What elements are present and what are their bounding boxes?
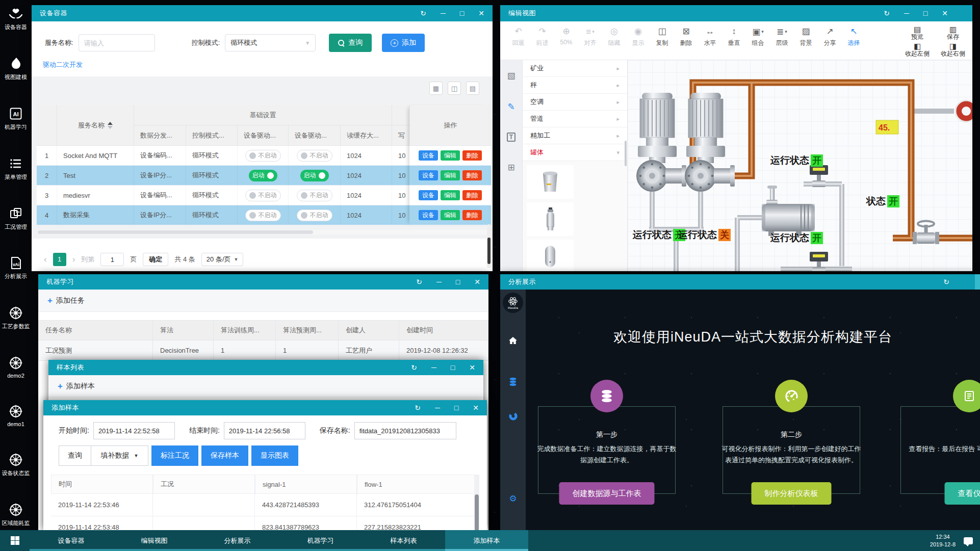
- text-tool-icon[interactable]: T: [507, 133, 515, 142]
- refresh-icon[interactable]: ↻: [943, 278, 949, 285]
- toggle-off[interactable]: 不启动: [297, 190, 332, 201]
- edit-button[interactable]: 编辑: [441, 150, 460, 161]
- maximize-icon[interactable]: □: [923, 10, 927, 17]
- toolbar-redo[interactable]: ↷前进: [530, 25, 554, 60]
- taskbar-button-添加样本[interactable]: 添加样本: [445, 530, 528, 551]
- toggle-on[interactable]: 启动: [249, 170, 277, 181]
- wand-tool-icon[interactable]: ✎: [507, 101, 514, 112]
- toolbar-layers[interactable]: ≣▾层级: [770, 25, 794, 60]
- image-tool-icon[interactable]: ▧: [507, 70, 515, 81]
- current-page-button[interactable]: 1: [53, 253, 66, 266]
- category-矿业[interactable]: 矿业▸: [523, 60, 627, 77]
- capsule-tank-thumbnail[interactable]: [527, 240, 574, 271]
- table-row[interactable]: 工况预测DecisionTree11工艺用户2019-12-08 12:26:3…: [38, 340, 488, 361]
- titlebar[interactable]: 编辑视图 ↻ ─ □ ✕: [500, 5, 972, 21]
- analysis-card-button[interactable]: 查看仪: [945, 482, 980, 505]
- toolbar-align[interactable]: ≡▾对齐: [578, 25, 602, 60]
- delete-button[interactable]: 删除: [462, 150, 482, 161]
- taskbar-button-编辑视图[interactable]: 编辑视图: [113, 530, 196, 551]
- confirm-button[interactable]: 确定: [143, 253, 168, 266]
- device-button[interactable]: 设备: [419, 150, 438, 161]
- datasource-icon[interactable]: [500, 377, 526, 386]
- analysis-card-button[interactable]: 制作分析仪表板: [752, 482, 832, 505]
- toggle-off[interactable]: 不启动: [245, 150, 281, 162]
- fill-data-select[interactable]: 填补数据 ▼: [91, 445, 148, 466]
- goto-page-input[interactable]: [100, 253, 124, 266]
- analysis-card-button[interactable]: 创建数据源与工作表: [559, 482, 655, 505]
- refresh-icon[interactable]: ↻: [884, 10, 890, 17]
- titlebar[interactable]: 分析展示 ↻: [500, 274, 980, 290]
- start-button[interactable]: [0, 530, 30, 551]
- refresh-icon[interactable]: ↻: [420, 10, 426, 17]
- category-秤[interactable]: 秤▸: [523, 77, 627, 94]
- edit-button[interactable]: 编辑: [441, 170, 460, 180]
- toolbar-hide[interactable]: ◎隐藏: [602, 25, 626, 60]
- service-column-header[interactable]: 服务名称: [57, 105, 134, 146]
- delete-button[interactable]: 删除: [462, 210, 482, 220]
- toolbar-save[interactable]: ▥保存: [947, 25, 959, 41]
- maximize-icon[interactable]: □: [456, 278, 460, 285]
- mark-condition-button[interactable]: 标注工况: [151, 445, 198, 466]
- category-空调[interactable]: 空调▸: [523, 94, 627, 111]
- desktop-icon-机器学习[interactable]: AI机器学习: [0, 105, 32, 131]
- device-button[interactable]: 设备: [419, 210, 438, 220]
- vertical-scrollbar[interactable]: [487, 224, 491, 268]
- toolbar-show[interactable]: ◉显示: [626, 25, 650, 60]
- service-name-input[interactable]: [79, 34, 155, 51]
- add-sample-button[interactable]: + 添加样本: [48, 375, 483, 398]
- bucket-thumbnail[interactable]: [527, 165, 574, 199]
- edit-button[interactable]: 编辑: [441, 190, 460, 200]
- category-精加工[interactable]: 精加工▸: [523, 127, 627, 144]
- titlebar[interactable]: 机器学习 ↻ ─ □ ✕: [38, 274, 488, 290]
- toggle-off[interactable]: 不启动: [245, 190, 281, 201]
- component-tool-icon[interactable]: ⊞: [507, 162, 514, 173]
- toolbar-preview[interactable]: ▤预览: [911, 25, 923, 41]
- export-icon[interactable]: ◫: [448, 82, 461, 95]
- scrollbar-thumb[interactable]: [38, 230, 313, 234]
- status-label[interactable]: 运行状态开: [633, 228, 685, 242]
- show-chart-button[interactable]: 显示图表: [251, 445, 298, 466]
- columns-icon[interactable]: ▦: [429, 82, 443, 95]
- table-row[interactable]: 2019-11-14 22:53:48823.841387789623227.2…: [51, 516, 479, 530]
- desktop-icon-demo1[interactable]: demo1: [0, 403, 32, 427]
- vertical-scrollbar[interactable]: [474, 475, 479, 530]
- refresh-icon[interactable]: ↻: [411, 364, 417, 371]
- toolbar-delete[interactable]: ⊠删除: [674, 25, 698, 60]
- ineuda-logo[interactable]: iNeuDa: [503, 293, 523, 313]
- add-task-button[interactable]: + 添加任务: [38, 290, 488, 312]
- device-button[interactable]: 设备: [419, 170, 438, 180]
- toggle-off[interactable]: 不启动: [245, 209, 281, 221]
- minimize-icon[interactable]: ─: [435, 404, 440, 411]
- end-time-input[interactable]: [224, 422, 305, 439]
- minimize-icon[interactable]: ─: [431, 364, 436, 371]
- add-button[interactable]: + 添加: [382, 34, 425, 52]
- close-icon[interactable]: ✕: [473, 404, 479, 411]
- horizontal-scrollbar[interactable]: [37, 230, 491, 234]
- chart-icon[interactable]: [500, 412, 526, 421]
- close-icon[interactable]: ✕: [469, 364, 475, 371]
- prev-page-button[interactable]: ‹: [44, 254, 47, 265]
- toolbar-share[interactable]: ↗分享: [818, 25, 842, 60]
- delete-button[interactable]: 删除: [462, 190, 482, 200]
- print-icon[interactable]: ▤: [466, 82, 479, 95]
- desktop-icon-工艺参数监[interactable]: 工艺参数监: [0, 304, 32, 330]
- toggle-on[interactable]: 启动: [300, 170, 329, 181]
- refresh-icon[interactable]: ↻: [415, 404, 421, 411]
- save-name-input[interactable]: [354, 422, 456, 439]
- status-label[interactable]: 运行状态开: [770, 231, 823, 245]
- status-label[interactable]: 状态开: [866, 195, 899, 208]
- sort-icon[interactable]: [108, 122, 113, 129]
- delete-button[interactable]: 删除: [462, 170, 482, 180]
- driver-dev-link[interactable]: 驱动二次开发: [43, 60, 83, 69]
- scrollbar-thumb[interactable]: [487, 238, 491, 264]
- close-icon[interactable]: ✕: [474, 278, 480, 285]
- toolbar-horizontal[interactable]: ↔水平: [698, 25, 722, 60]
- edit-button[interactable]: 编辑: [441, 210, 460, 220]
- table-row[interactable]: 2019-11-14 22:53:46443.428721485393312.4…: [51, 494, 479, 516]
- taskbar-button-样本列表[interactable]: 样本列表: [362, 530, 445, 551]
- category-管道[interactable]: 管道▸: [523, 111, 627, 127]
- toolbar-group[interactable]: ▣▾组合: [746, 25, 770, 60]
- category-罐体[interactable]: 罐体▾: [523, 144, 627, 161]
- status-label[interactable]: 运行状态开: [770, 154, 823, 167]
- toggle-off[interactable]: 不启动: [297, 150, 332, 162]
